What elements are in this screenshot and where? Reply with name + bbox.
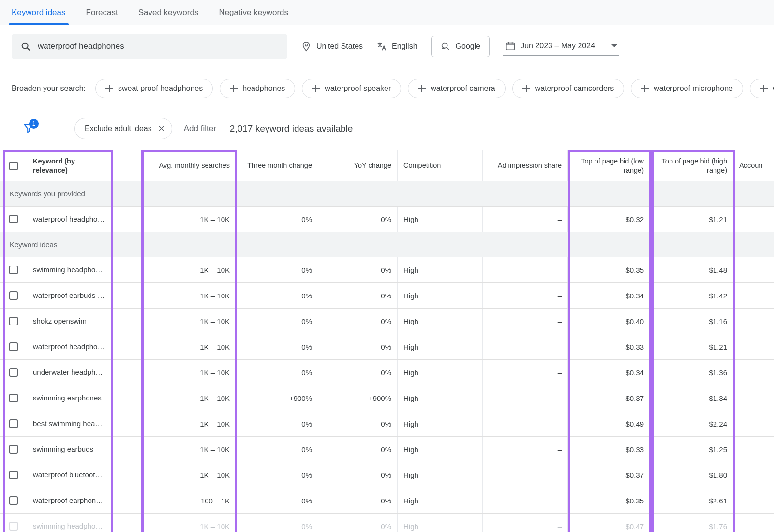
network-selector[interactable]: Google [431,36,490,57]
cell-competition: High [398,207,483,232]
cell-competition: High [398,488,483,513]
table-row[interactable]: waterproof headpho…1K – 10K0%0%High–$0.3… [0,334,774,360]
table-row[interactable]: swimming earbuds1K – 10K0%0%High–$0.33$1… [0,437,774,462]
results-count: 2,017 keyword ideas available [230,123,353,134]
row-checkbox[interactable] [9,342,18,351]
table-row[interactable]: best swimming hea…1K – 10K0%0%High–$0.49… [0,411,774,437]
plus-icon [522,85,530,92]
header-competition[interactable]: Competition [398,150,483,181]
cell-bid-high: $1.21 [650,207,733,232]
row-checkbox[interactable] [9,471,18,479]
table-row[interactable]: swimming earphones1K – 10K+900%+900%High… [0,385,774,411]
filter-pill-exclude-adult[interactable]: Exclude adult ideas ✕ [74,118,172,139]
header-yoy[interactable]: YoY change [318,150,398,181]
cell-keyword: waterproof bluetoot… [27,462,112,488]
table-row[interactable]: waterproof earphon…100 – 1K0%0%High–$0.3… [0,488,774,514]
cell-three-month: 0% [236,411,318,436]
header-bid-high[interactable]: Top of page bid (high range) [650,150,733,181]
cell-bid-low: $0.49 [568,411,650,436]
cell-impression: – [483,437,568,462]
svg-rect-6 [506,43,515,50]
table-row[interactable]: underwater headph…1K – 10K0%0%High–$0.34… [0,360,774,385]
keyword-table: Keyword (by relevance) Avg. monthly sear… [0,150,774,532]
close-icon[interactable]: ✕ [158,123,165,134]
row-checkbox[interactable] [9,291,18,300]
cell-competition: High [398,283,483,308]
cell-three-month: 0% [236,437,318,462]
table-row[interactable]: swimming headpho…1K – 10K0%0%High–$0.35$… [0,257,774,283]
tab-saved-keywords[interactable]: Saved keywords [138,0,199,25]
search-input[interactable] [38,42,279,51]
tab-negative-keywords[interactable]: Negative keywords [219,0,288,25]
header-bid-low[interactable]: Top of page bid (low range) [568,150,650,181]
section-provided: Keywords you provided [0,181,774,207]
row-checkbox[interactable] [9,419,18,428]
search-box[interactable] [12,34,287,59]
cell-keyword: best swimming hea… [27,411,112,436]
table-row[interactable]: waterproof bluetoot…1K – 10K0%0%High–$0.… [0,462,774,488]
cell-three-month: +900% [236,385,318,411]
tabs: Keyword ideas Forecast Saved keywords Ne… [0,0,774,25]
header-impression-share[interactable]: Ad impression share [483,150,568,181]
row-checkbox[interactable] [9,368,18,377]
row-checkbox[interactable] [9,266,18,274]
row-checkbox[interactable] [9,317,18,325]
add-filter-button[interactable]: Add filter [184,124,216,133]
date-range-text: Jun 2023 – May 2024 [521,42,595,50]
table-row[interactable]: waterproof headpho…1K – 10K0%0%High–$0.3… [0,207,774,232]
section-ideas: Keyword ideas [0,232,774,257]
select-all-checkbox[interactable] [9,162,18,170]
cell-bid-high: $1.16 [650,309,733,334]
location-selector[interactable]: United States [301,41,363,52]
cell-keyword: shokz openswim [27,309,112,334]
cell-keyword: underwater headph… [27,360,112,385]
cell-three-month: 0% [236,360,318,385]
broaden-chip[interactable]: waterproof camcorders [512,79,625,98]
cell-three-month: 0% [236,257,318,282]
cell-avg: 1K – 10K [141,309,236,334]
row-checkbox[interactable] [9,215,18,223]
cell-yoy: 0% [318,207,398,232]
cell-avg: 1K – 10K [141,514,236,532]
broaden-label: Broaden your search: [12,84,86,93]
date-range-selector[interactable]: Jun 2023 – May 2024 [503,38,619,56]
location-icon [301,41,312,52]
tab-keyword-ideas[interactable]: Keyword ideas [12,0,66,25]
cell-impression: – [483,411,568,436]
cell-bid-high: $1.21 [650,334,733,359]
table-row[interactable]: shokz openswim1K – 10K0%0%High–$0.40$1.1… [0,309,774,334]
filter-funnel[interactable]: 1 [23,123,34,135]
table-row[interactable]: waterproof earbuds …1K – 10K0%0%High–$0.… [0,283,774,309]
broaden-chip[interactable]: waterproof camera [408,79,505,98]
row-checkbox[interactable] [9,445,18,454]
svg-point-2 [305,44,308,46]
row-checkbox[interactable] [9,522,18,531]
cell-bid-high: $1.25 [650,437,733,462]
broaden-chip[interactable]: waterp [750,79,774,98]
header-avg-searches[interactable]: Avg. monthly searches [141,150,236,181]
header-checkbox-cell [0,150,27,181]
broaden-chip[interactable]: waterproof speaker [302,79,401,98]
broaden-chip[interactable]: sweat proof headphones [95,79,213,98]
header-three-month[interactable]: Three month change [236,150,318,181]
row-checkbox[interactable] [9,394,18,402]
broaden-search-row: Broaden your search: sweat proof headpho… [0,70,774,107]
cell-competition: High [398,385,483,411]
plus-icon [760,85,768,92]
broaden-chip[interactable]: waterproof microphone [631,79,743,98]
plus-icon [105,85,113,92]
row-checkbox[interactable] [9,496,18,505]
cell-impression: – [483,462,568,488]
header-account[interactable]: Accoun [733,150,774,181]
svg-point-3 [442,43,447,48]
cell-bid-high: $2.24 [650,411,733,436]
cell-yoy: 0% [318,411,398,436]
table-row[interactable]: swimming headpho…1K – 10K0%0%High–$0.47$… [0,514,774,532]
language-selector[interactable]: English [376,41,417,52]
broaden-chip[interactable]: headphones [220,79,295,98]
tab-forecast[interactable]: Forecast [86,0,118,25]
cell-yoy: 0% [318,437,398,462]
cell-competition: High [398,334,483,359]
cell-avg: 1K – 10K [141,411,236,436]
header-keyword[interactable]: Keyword (by relevance) [27,150,112,181]
